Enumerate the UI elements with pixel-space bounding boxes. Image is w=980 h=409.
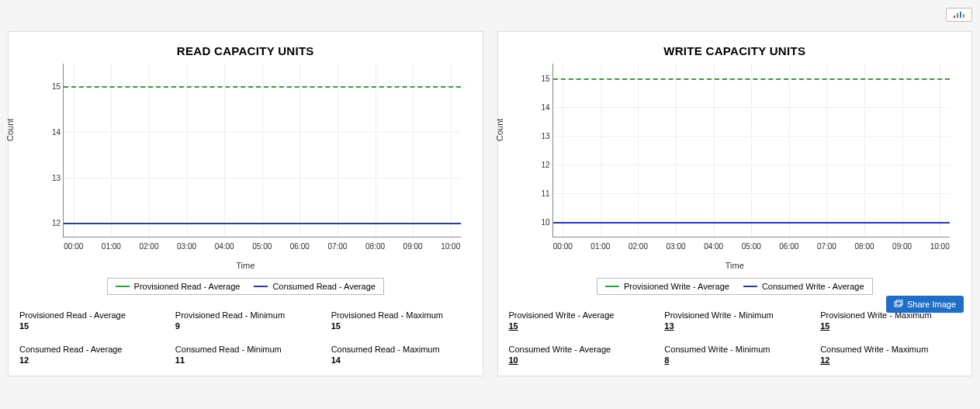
gridline-vertical — [300, 64, 300, 237]
x-tick-label: 06:00 — [779, 242, 798, 251]
stat-label: Consumed Read - Maximum — [331, 345, 472, 354]
stat-label: Consumed Read - Average — [19, 345, 160, 354]
page-root: READ CAPACITY UNITSCount1213141500:0001:… — [0, 0, 980, 409]
stat-cell: Provisioned Write - Minimum13 — [664, 310, 805, 331]
panel-title: WRITE CAPACITY UNITS — [506, 44, 964, 57]
y-tick-label: 14 — [43, 128, 61, 137]
y-tick-label: 11 — [533, 189, 550, 198]
stat-label: Consumed Write - Average — [509, 345, 649, 354]
gridline-vertical — [864, 64, 865, 237]
x-axis-label: Time — [506, 261, 964, 270]
stat-cell: Provisioned Read - Average15 — [19, 310, 160, 331]
stat-value: 15 — [19, 321, 160, 331]
x-tick-label: 07:00 — [327, 242, 347, 251]
gridline-vertical — [601, 64, 601, 237]
chart-area: Count10111213141500:0001:0002:0003:0004:… — [518, 64, 957, 258]
x-axis-label: Time — [16, 261, 475, 270]
gridline-vertical — [789, 64, 790, 237]
stats-grid: Provisioned Write - Average15Provisioned… — [506, 310, 964, 365]
y-tick-label: 12 — [43, 219, 61, 227]
gridline-vertical — [413, 64, 414, 237]
stat-value: 11 — [175, 355, 316, 365]
legend-item[interactable]: Consumed Read - Average — [254, 282, 376, 291]
gridline-vertical — [563, 64, 563, 237]
panels-layout: READ CAPACITY UNITSCount1213141500:0001:… — [8, 31, 972, 376]
legend-item[interactable]: Provisioned Write - Average — [605, 282, 729, 291]
x-tick-label: 04:00 — [704, 242, 723, 251]
legend-label: Consumed Write - Average — [762, 282, 864, 291]
stat-cell: Provisioned Write - Average15 — [509, 310, 649, 331]
gridline-vertical — [338, 64, 338, 237]
x-tick-label: 08:00 — [365, 242, 385, 251]
x-tick-label: 09:00 — [892, 242, 912, 251]
y-tick-label: 15 — [533, 74, 550, 82]
gridline-vertical — [638, 64, 639, 237]
stat-cell: Consumed Read - Average12 — [19, 345, 160, 365]
x-tick-label: 03:00 — [177, 242, 196, 251]
legend-swatch — [116, 286, 130, 287]
legend-swatch — [743, 286, 757, 287]
stat-label: Provisioned Read - Average — [19, 310, 160, 320]
plot-area[interactable]: 1213141500:0001:0002:0003:0004:0005:0006… — [63, 64, 461, 237]
stat-value: 15 — [509, 321, 649, 331]
plot-area[interactable]: 10111213141500:0001:0002:0003:0004:0005:… — [552, 64, 951, 237]
legend: Provisioned Write - AverageConsumed Writ… — [597, 278, 873, 295]
chart-options-icon — [953, 10, 965, 18]
x-tick-label: 02:00 — [139, 242, 158, 251]
stat-label: Provisioned Read - Minimum — [175, 310, 316, 320]
x-tick-label: 03:00 — [667, 242, 686, 251]
x-tick-label: 07:00 — [817, 242, 836, 251]
y-axis-label: Count — [495, 119, 504, 141]
x-tick-label: 06:00 — [290, 242, 310, 251]
y-tick-label: 15 — [43, 82, 61, 91]
gridline-vertical — [187, 64, 188, 237]
stat-value: 10 — [509, 355, 649, 365]
legend-item[interactable]: Consumed Write - Average — [743, 282, 864, 291]
legend-item[interactable]: Provisioned Read - Average — [116, 282, 241, 291]
gridline-vertical — [224, 64, 225, 237]
consumed-write-average-line — [553, 222, 951, 224]
x-tick-label: 09:00 — [403, 242, 423, 251]
chart-options-button[interactable] — [946, 8, 972, 22]
stat-value: 15 — [331, 321, 472, 331]
legend-swatch — [254, 286, 268, 287]
stats-grid: Provisioned Read - Average15Provisioned … — [16, 310, 475, 365]
y-tick-label: 14 — [533, 102, 550, 111]
share-icon — [894, 300, 903, 309]
stat-cell: Consumed Write - Minimum8 — [664, 345, 805, 365]
x-tick-label: 04:00 — [215, 242, 234, 251]
y-tick-label: 12 — [533, 161, 550, 169]
write-capacity-panel: WRITE CAPACITY UNITSCount10111213141500:… — [497, 31, 973, 376]
gridline-vertical — [714, 64, 715, 237]
y-tick-label: 13 — [533, 131, 550, 140]
svg-rect-3 — [963, 14, 964, 18]
x-tick-label: 00:00 — [553, 242, 573, 251]
x-tick-label: 01:00 — [590, 242, 610, 251]
svg-rect-4 — [895, 302, 901, 307]
stat-cell: Consumed Write - Average10 — [509, 345, 649, 365]
gridline-vertical — [751, 64, 752, 237]
y-tick-label: 13 — [43, 173, 61, 182]
gridline-vertical — [74, 64, 74, 237]
x-tick-label: 01:00 — [102, 242, 121, 251]
stat-value: 9 — [175, 321, 316, 331]
gridline-vertical — [262, 64, 263, 237]
stat-cell: Provisioned Write - Maximum15 — [820, 310, 961, 331]
share-image-button[interactable]: Share Image — [886, 296, 964, 313]
legend-label: Provisioned Read - Average — [134, 282, 241, 291]
chart-area: Count1213141500:0001:0002:0003:0004:0005… — [29, 64, 467, 258]
gridline-vertical — [902, 64, 903, 237]
stat-value: 13 — [664, 321, 805, 331]
x-tick-label: 10:00 — [930, 242, 950, 251]
stat-cell: Provisioned Read - Minimum9 — [175, 310, 316, 331]
y-tick-label: 10 — [533, 218, 550, 227]
x-tick-label: 10:00 — [441, 242, 460, 251]
stat-cell: Consumed Read - Maximum14 — [331, 345, 472, 365]
gridline-vertical — [826, 64, 827, 237]
svg-rect-5 — [896, 300, 902, 305]
stat-label: Provisioned Write - Minimum — [664, 310, 805, 320]
stat-cell: Consumed Write - Maximum12 — [820, 345, 961, 365]
x-tick-label: 05:00 — [742, 242, 761, 251]
read-capacity-panel: READ CAPACITY UNITSCount1213141500:0001:… — [8, 31, 483, 376]
panel-title: READ CAPACITY UNITS — [16, 44, 475, 57]
